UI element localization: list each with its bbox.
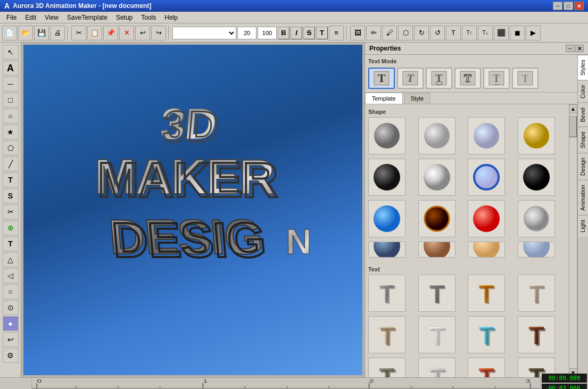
- toolbar-t3[interactable]: T↓: [478, 26, 493, 40]
- menu-savetemplate[interactable]: SaveTemplate: [63, 13, 112, 22]
- tool-oval[interactable]: ○: [3, 284, 19, 299]
- toolbar-new[interactable]: 📄: [2, 26, 17, 40]
- maximize-button[interactable]: □: [564, 2, 573, 10]
- font-size-input[interactable]: [237, 27, 256, 39]
- shape-blue-outline-sphere[interactable]: [468, 159, 505, 196]
- tool-scissors[interactable]: ✂: [3, 204, 19, 219]
- toolbar-layers[interactable]: ≡: [329, 26, 344, 40]
- menu-setup[interactable]: Setup: [112, 13, 137, 22]
- text-item-cyan[interactable]: T T: [468, 316, 505, 353]
- tool-polygon[interactable]: ⬠: [3, 140, 19, 155]
- toolbar-open[interactable]: 📂: [18, 26, 33, 40]
- side-tab-bevel[interactable]: Bevel: [578, 103, 588, 127]
- tool-settings[interactable]: ⚙: [3, 348, 19, 363]
- canvas[interactable]: 3D 3D MAKER MAKER DESIG DESIG N: [23, 45, 362, 375]
- tool-select[interactable]: ↖: [3, 45, 19, 60]
- menu-file[interactable]: File: [2, 13, 21, 22]
- toolbar-redo[interactable]: ↪: [151, 26, 166, 40]
- tool-target[interactable]: ⊙: [3, 300, 19, 315]
- strikethrough-button[interactable]: S: [303, 27, 315, 39]
- shape-dark-orange-sphere[interactable]: [418, 200, 456, 237]
- text-item-brown[interactable]: T T: [518, 316, 555, 353]
- tool-color[interactable]: ●: [3, 316, 19, 331]
- side-tab-styles[interactable]: Styles: [578, 55, 588, 80]
- shape-partial2[interactable]: [418, 242, 456, 258]
- text-mode-clock[interactable]: T: [483, 68, 510, 89]
- tool-circle[interactable]: ○: [3, 109, 19, 123]
- tab-template[interactable]: Template: [365, 93, 403, 104]
- text-item-gray[interactable]: T T: [418, 275, 456, 312]
- shape-dark-sphere[interactable]: [518, 159, 555, 196]
- font-dropdown[interactable]: [172, 27, 236, 39]
- shape-black-sphere[interactable]: [368, 159, 405, 196]
- close-button[interactable]: ✕: [574, 2, 584, 10]
- minimize-button[interactable]: ─: [553, 2, 562, 10]
- shape-partial1[interactable]: [368, 242, 405, 258]
- shape-cell-top4[interactable]: [518, 117, 555, 154]
- toolbar-fx2[interactable]: ◼: [510, 26, 525, 40]
- shape-silver-sphere[interactable]: [418, 159, 456, 196]
- font-percent-input[interactable]: [258, 27, 277, 39]
- text-item-gold[interactable]: T T: [468, 275, 505, 312]
- tool-s[interactable]: S: [3, 188, 19, 203]
- properties-close-button[interactable]: ✕: [575, 45, 584, 52]
- toolbar-img3[interactable]: 🖊: [382, 26, 397, 40]
- italic-button[interactable]: I: [291, 27, 302, 39]
- toolbar-rotate2[interactable]: ↺: [430, 26, 445, 40]
- toolbar-fx1[interactable]: ⬛: [494, 26, 509, 40]
- text-mode-italic[interactable]: T: [397, 68, 424, 89]
- bold-button[interactable]: B: [278, 27, 289, 39]
- scroll-thumb[interactable]: [569, 116, 577, 137]
- shape-blue-sphere[interactable]: [368, 200, 405, 237]
- text-mode-normal[interactable]: T: [368, 68, 395, 89]
- toolbar-t1[interactable]: T: [446, 26, 461, 40]
- toolbar-img1[interactable]: 🖼: [350, 26, 365, 40]
- shape-red-sphere[interactable]: [468, 200, 505, 237]
- toolbar-undo[interactable]: ↩: [135, 26, 150, 40]
- toolbar-save[interactable]: 💾: [34, 26, 49, 40]
- tool-text2[interactable]: T: [3, 172, 19, 187]
- shape-partial4[interactable]: [518, 242, 555, 258]
- tab-style[interactable]: Style: [404, 93, 430, 104]
- text-mode-flat[interactable]: T: [512, 68, 539, 89]
- menu-view[interactable]: View: [40, 13, 63, 22]
- tool-triangle[interactable]: △: [3, 252, 19, 267]
- shapes-scrollbar[interactable]: ▲ ▼: [569, 104, 577, 377]
- tool-star[interactable]: ★: [3, 125, 19, 139]
- tool-add[interactable]: ⊕: [3, 220, 19, 235]
- text-item-orange[interactable]: T T: [468, 358, 505, 377]
- text-item-beige[interactable]: T T: [518, 275, 555, 312]
- tool-pen[interactable]: ╱: [3, 156, 19, 171]
- tool-text[interactable]: A: [3, 61, 19, 76]
- toolbar-copy[interactable]: 📋: [87, 26, 102, 40]
- toolbar-img2[interactable]: ✏: [366, 26, 381, 40]
- scroll-up-button[interactable]: ▲: [569, 105, 577, 113]
- menu-tools[interactable]: Tools: [137, 13, 160, 22]
- tool-t3d[interactable]: T: [3, 236, 19, 251]
- toolbar-t2[interactable]: T↑: [462, 26, 477, 40]
- tool-line[interactable]: ─: [3, 77, 19, 92]
- side-tab-light[interactable]: Light: [578, 215, 588, 237]
- toolbar-cut[interactable]: ✂: [71, 26, 86, 40]
- shape-partial3[interactable]: [468, 242, 505, 258]
- text-item-silver[interactable]: T T: [368, 275, 405, 312]
- toolbar-cube[interactable]: ⬡: [398, 26, 413, 40]
- text-mode-outline[interactable]: T: [454, 68, 481, 89]
- side-tab-animation[interactable]: Animation: [578, 180, 588, 215]
- shape-cell-top3[interactable]: [468, 117, 505, 154]
- shape-cell-top2[interactable]: [418, 117, 456, 154]
- shape-cell-top1[interactable]: [368, 117, 405, 154]
- text-t-button[interactable]: T: [316, 27, 328, 39]
- tool-rect[interactable]: □: [3, 93, 19, 107]
- scroll-track[interactable]: [569, 113, 577, 368]
- toolbar-print[interactable]: 🖨: [50, 26, 65, 40]
- tool-arrow[interactable]: ◁: [3, 268, 19, 283]
- menu-edit[interactable]: Edit: [21, 13, 40, 22]
- toolbar-fx3[interactable]: ▶: [526, 26, 541, 40]
- properties-restore-button[interactable]: ─: [566, 45, 574, 52]
- text-mode-round[interactable]: T: [426, 68, 452, 89]
- side-tab-color[interactable]: Color: [578, 80, 588, 103]
- shape-silver2-sphere[interactable]: [518, 200, 555, 237]
- menu-help[interactable]: Help: [160, 13, 182, 22]
- text-item-white[interactable]: T T: [418, 316, 456, 353]
